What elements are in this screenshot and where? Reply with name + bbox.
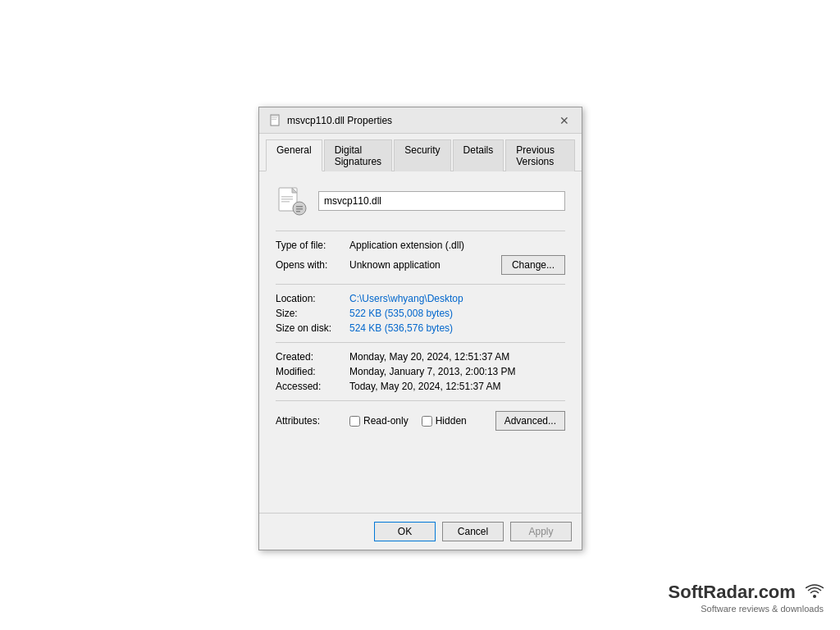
type-value: Application extension (.dll) <box>349 240 464 251</box>
attributes-row: Attributes: Read-only Hidden Advanced... <box>276 408 565 434</box>
change-button[interactable]: Change... <box>501 255 565 275</box>
file-name-row <box>276 185 565 217</box>
size-on-disk-label: Size on disk: <box>276 322 349 334</box>
wifi-icon <box>806 582 824 604</box>
svg-point-13 <box>813 595 816 598</box>
attributes-label: Attributes: <box>276 415 349 427</box>
type-row: Type of file: Application extension (.dl… <box>276 238 565 253</box>
svg-rect-3 <box>272 119 276 120</box>
properties-dialog: msvcp110.dll Properties ✕ General Digita… <box>258 107 582 550</box>
tab-previous-versions[interactable]: Previous Versions <box>505 139 575 171</box>
accessed-row: Accessed: Today, May 20, 2024, 12:51:37 … <box>276 379 565 394</box>
size-on-disk-row: Size on disk: 524 KB (536,576 bytes) <box>276 321 565 336</box>
svg-rect-6 <box>281 196 293 198</box>
dialog-icon <box>269 114 282 127</box>
created-row: Created: Monday, May 20, 2024, 12:51:37 … <box>276 349 565 364</box>
ok-button[interactable]: OK <box>374 522 436 541</box>
tab-details[interactable]: Details <box>453 139 504 171</box>
modified-row: Modified: Monday, January 7, 2013, 2:00:… <box>276 364 565 379</box>
svg-rect-7 <box>281 199 293 200</box>
svg-rect-2 <box>272 117 277 118</box>
spacer <box>276 434 565 500</box>
type-label: Type of file: <box>276 240 349 251</box>
tab-digital-signatures[interactable]: Digital Signatures <box>324 139 393 171</box>
advanced-button[interactable]: Advanced... <box>495 411 565 431</box>
hidden-checkbox-item[interactable]: Hidden <box>422 415 467 427</box>
checkbox-group: Read-only Hidden <box>349 415 495 427</box>
divider-4 <box>276 400 565 401</box>
created-value: Monday, May 20, 2024, 12:51:37 AM <box>349 351 509 363</box>
watermark-name: SoftRadar.com <box>669 582 824 604</box>
file-icon <box>276 185 308 217</box>
filename-input[interactable] <box>318 191 565 211</box>
tab-general[interactable]: General <box>266 139 322 171</box>
svg-rect-12 <box>296 211 300 212</box>
modified-label: Modified: <box>276 366 349 377</box>
location-row: Location: C:\Users\whyang\Desktop <box>276 291 565 306</box>
accessed-label: Accessed: <box>276 381 349 392</box>
tab-security[interactable]: Security <box>394 139 450 171</box>
hidden-label: Hidden <box>436 415 467 427</box>
desktop: msvcp110.dll Properties ✕ General Digita… <box>0 0 840 630</box>
svg-rect-1 <box>272 116 279 116</box>
readonly-checkbox[interactable] <box>349 416 360 427</box>
created-label: Created: <box>276 351 349 363</box>
accessed-value: Today, May 20, 2024, 12:51:37 AM <box>349 381 501 392</box>
dialog-title: msvcp110.dll Properties <box>287 115 392 126</box>
location-label: Location: <box>276 293 349 304</box>
location-value: C:\Users\whyang\Desktop <box>349 293 463 304</box>
title-bar: msvcp110.dll Properties ✕ <box>259 107 582 134</box>
size-row: Size: 522 KB (535,008 bytes) <box>276 306 565 321</box>
readonly-checkbox-item[interactable]: Read-only <box>349 415 409 427</box>
title-bar-left: msvcp110.dll Properties <box>269 114 392 127</box>
size-on-disk-value: 524 KB (536,576 bytes) <box>349 322 453 334</box>
close-button[interactable]: ✕ <box>557 113 572 128</box>
divider-3 <box>276 342 565 343</box>
size-value: 522 KB (535,008 bytes) <box>349 308 453 319</box>
divider-2 <box>276 284 565 285</box>
svg-rect-11 <box>296 208 303 210</box>
apply-button[interactable]: Apply <box>510 522 572 541</box>
readonly-label: Read-only <box>363 415 409 427</box>
size-label: Size: <box>276 308 349 319</box>
cancel-button[interactable]: Cancel <box>442 522 504 541</box>
opens-with-row: Opens with: Unknown application Change..… <box>276 253 565 277</box>
opens-value: Unknown application <box>349 259 441 271</box>
svg-rect-10 <box>296 206 303 208</box>
watermark-tagline: Software reviews & downloads <box>669 604 824 614</box>
watermark: SoftRadar.com Software reviews & downloa… <box>669 582 824 614</box>
tab-bar: General Digital Signatures Security Deta… <box>259 134 582 171</box>
modified-value: Monday, January 7, 2013, 2:00:13 PM <box>349 366 516 377</box>
divider-1 <box>276 231 565 231</box>
svg-rect-8 <box>281 201 290 203</box>
hidden-checkbox[interactable] <box>422 416 432 427</box>
opens-label: Opens with: <box>276 259 349 271</box>
dialog-content: Type of file: Application extension (.dl… <box>259 171 582 513</box>
button-bar: OK Cancel Apply <box>259 513 582 550</box>
